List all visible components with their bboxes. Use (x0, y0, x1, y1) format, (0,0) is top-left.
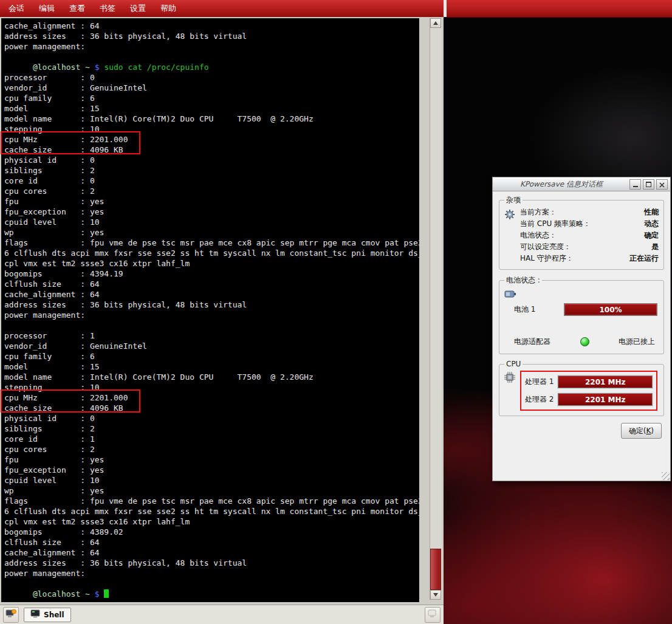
maximize-button[interactable] (643, 179, 654, 190)
cpu-row: 处理器 12201 MHz (525, 375, 653, 388)
terminal-line: address sizes : 36 bits physical, 48 bit… (4, 558, 419, 568)
terminal-body: cache_alignment : 64address sizes : 36 b… (0, 17, 444, 605)
battery-label: 电池 1 (514, 304, 535, 315)
cpu-chip-icon (504, 369, 520, 411)
cpu-rows: 处理器 12201 MHz处理器 22201 MHz (520, 371, 657, 411)
close-icon (659, 179, 665, 190)
cpu-frequency-value: 2201 MHz (558, 376, 652, 388)
close-button[interactable] (656, 179, 668, 190)
terminal-line: physical id : 0 (4, 155, 419, 165)
battery-row: 电池 1 100% (514, 303, 657, 316)
tab-shell[interactable]: Shell (24, 608, 71, 622)
terminal-line: power management: (4, 310, 419, 320)
misc-rows: 当前方案：性能当前 CPU 频率策略：动态电池状态：确定可以设定亮度：是HAL … (520, 207, 659, 264)
battery-progressbar: 100% (564, 303, 657, 316)
dialog-titlebar[interactable]: KPowersave 信息对话框 (493, 177, 670, 191)
menu-item[interactable]: 会话 (9, 3, 24, 14)
terminal-line: cpu cores : 2 (4, 444, 419, 454)
terminal-icon (30, 609, 40, 620)
menu-item[interactable]: 查看 (69, 3, 85, 14)
session-list-button[interactable] (425, 607, 441, 623)
terminal-line: processor : 1 (4, 331, 419, 341)
cpu-row-label: 处理器 1 (525, 377, 554, 387)
cpu-frequency-bar: 2201 MHz (558, 393, 653, 406)
misc-group: 杂项 当前方案：性能当前 CPU 频率策略：动态电池状态：确定可以设定亮度：是H… (499, 195, 664, 270)
menu-item[interactable]: 设置 (130, 3, 146, 14)
misc-row-label: 电池状态： (520, 230, 557, 241)
battery-legend: 电池状态 : (504, 275, 542, 286)
adapter-label: 电源适配器 (514, 337, 550, 347)
menu-bar: 会话编辑查看书签设置帮助 (0, 0, 444, 18)
terminal-line: physical id : 0 (4, 413, 419, 423)
terminal-line (4, 52, 419, 62)
terminal-line: power management: (4, 41, 419, 52)
terminal-cursor (104, 589, 109, 598)
terminal-line: 6 clflush dts acpi mmx fxsr sse sse2 ss … (4, 506, 419, 516)
terminal-line: address sizes : 36 bits physical, 48 bit… (4, 31, 419, 41)
misc-row: 电池状态：确定 (520, 230, 659, 241)
misc-row-label: 可以设定亮度： (520, 241, 571, 253)
session-list-icon (427, 609, 438, 621)
terminal-line: cpl vmx est tm2 ssse3 cx16 xtpr lahf_lm (4, 516, 419, 527)
battery-group: 电池状态 : 电池 1 100% 电源适配器 电源已接上 (499, 275, 664, 354)
menu-item[interactable]: 帮助 (160, 3, 176, 14)
terminal-line: cache_alignment : 64 (4, 289, 419, 300)
terminal-line: processor : 0 (4, 72, 419, 83)
terminal-line (4, 320, 419, 331)
highlight-box-cpu-mhz-proc1 (1, 389, 140, 413)
terminal-line: wp : yes (4, 485, 419, 496)
minimize-button[interactable] (629, 179, 641, 190)
misc-row: 当前方案：性能 (520, 207, 659, 218)
terminal-line: core id : 1 (4, 434, 419, 444)
terminal-line: core id : 0 (4, 176, 419, 186)
terminal-line: cpuid level : 10 (4, 475, 419, 485)
misc-row-label: 当前 CPU 频率策略： (520, 218, 591, 230)
terminal-line: cpu family : 6 (4, 93, 419, 103)
resize-grip[interactable] (662, 472, 670, 480)
power-led-icon (580, 337, 589, 346)
button-row: 确定(K) (499, 422, 664, 439)
terminal-line: @localhost ~ $ sudo cat /proc/cpuinfo (4, 62, 419, 72)
scrollbar-up-arrow-icon[interactable] (430, 18, 441, 28)
cpu-group: CPU 处理器 12201 MHz处理器 22201 MHz (499, 360, 664, 416)
battery-percent: 100% (564, 304, 657, 315)
misc-row-value: 正在运行 (629, 253, 659, 264)
terminal-line: fpu_exception : yes (4, 465, 419, 475)
misc-row: 当前 CPU 频率策略：动态 (520, 218, 659, 230)
misc-row-label: HAL 守护程序： (520, 253, 574, 264)
highlight-box-cpu-mhz-proc0 (1, 131, 140, 154)
menu-item[interactable]: 书签 (100, 3, 115, 14)
minimize-icon (633, 186, 638, 187)
menu-item[interactable]: 编辑 (39, 3, 55, 14)
scrollbar-down-arrow-icon[interactable] (430, 590, 441, 600)
terminal-line: fpu_exception : yes (4, 207, 419, 217)
terminal-line: bogomips : 4394.19 (4, 269, 419, 279)
ok-button[interactable]: 确定(K) (621, 423, 662, 439)
terminal-line: cache_alignment : 64 (4, 547, 419, 558)
new-session-button[interactable] (3, 607, 19, 623)
terminal-line: model : 15 (4, 362, 419, 372)
terminal-window: 会话编辑查看书签设置帮助 cache_alignment : 64address… (0, 0, 444, 624)
adapter-row: 电源适配器 电源已接上 (514, 337, 655, 347)
kpowersave-dialog: KPowersave 信息对话框 杂项 当前方案：性能当前 CPU 频率策略：动… (492, 177, 671, 481)
terminal-line: flags : fpu vme de pse tsc msr pae mce c… (4, 238, 419, 248)
tab-label: Shell (44, 611, 64, 619)
terminal-line: siblings : 2 (4, 165, 419, 176)
tab-bar: Shell (0, 605, 444, 624)
background-window-titlebar[interactable] (447, 0, 672, 18)
misc-row-value: 性能 (644, 207, 659, 218)
terminal-screen[interactable]: cache_alignment : 64address sizes : 36 b… (1, 18, 419, 602)
misc-row-value: 确定 (644, 230, 659, 241)
terminal-line: vendor_id : GenuineIntel (4, 83, 419, 93)
terminal-line: cpuid level : 10 (4, 217, 419, 227)
terminal-line: flags : fpu vme de pse tsc msr pae mce c… (4, 496, 419, 506)
misc-row-value: 是 (651, 241, 659, 253)
terminal-scrollbar[interactable] (430, 18, 442, 600)
misc-row-value: 动态 (644, 218, 659, 230)
scrollbar-thumb[interactable] (430, 549, 441, 590)
dialog-title: KPowersave 信息对话框 (495, 179, 628, 190)
misc-legend: 杂项 (504, 195, 523, 205)
maximize-icon (646, 182, 651, 187)
cpu-frequency-value: 2201 MHz (558, 394, 652, 405)
cpu-row: 处理器 22201 MHz (525, 393, 653, 406)
